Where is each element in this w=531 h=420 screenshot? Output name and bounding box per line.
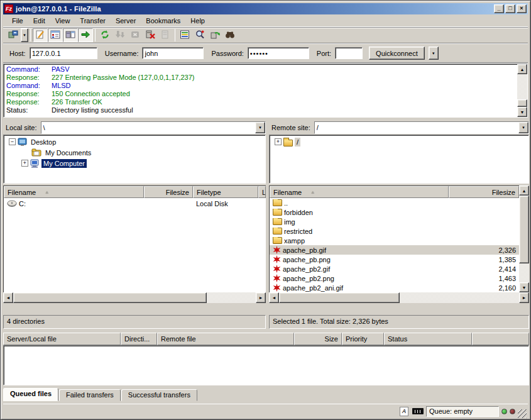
scrollbar-thumb[interactable] [519,196,529,263]
column-header-last-modified[interactable]: L [258,186,266,198]
tree-item-root[interactable]: + / [270,136,528,147]
tab-failed-transfers[interactable]: Failed transfers [59,389,121,401]
scroll-left-button[interactable]: ◄ [269,292,279,303]
site-manager-button[interactable] [6,28,21,42]
expand-icon[interactable]: + [275,138,282,145]
scroll-right-button[interactable]: ► [256,292,266,303]
find-files-button[interactable] [222,28,238,42]
scroll-down-button[interactable]: ▼ [519,282,529,292]
password-input[interactable] [248,47,309,59]
column-header-status[interactable]: Status [384,333,472,345]
scrollbar-track[interactable] [207,292,256,303]
local-site-dropdown[interactable]: ▼ [255,122,265,133]
tab-queued-files[interactable]: Queued files [3,388,58,401]
quickconnect-button[interactable]: Quickconnect [369,47,425,60]
folder-icon [273,228,282,235]
comparison-icon [195,30,205,41]
file-row-selected[interactable]: apache_pb.gif2,326 [270,245,519,255]
column-header-server-local-file[interactable]: Server/Local file [3,333,121,345]
directory-comparison-button[interactable] [192,28,207,42]
filter-button[interactable] [177,28,192,42]
maximize-button[interactable]: □ [505,4,515,13]
speed-limits-indicator[interactable] [412,406,424,416]
remote-vertical-scrollbar[interactable]: ▲ ▼ [519,185,529,292]
toggle-queue-button[interactable] [78,28,93,42]
scroll-right-icon: ► [522,296,527,300]
file-row[interactable]: apache_pb.png1,385 [270,255,519,264]
minimize-button[interactable]: _ [494,4,504,13]
column-header-filetype[interactable]: Filetype [193,186,258,198]
scrollbar-track[interactable] [517,74,527,99]
toolbar: ▼ [3,27,528,43]
scrollbar-thumb[interactable] [13,292,207,303]
remote-horizontal-scrollbar[interactable]: ◄ ► [269,292,529,303]
file-row[interactable]: forbidden [270,207,519,217]
toggle-local-tree-button[interactable] [48,28,63,42]
menu-edit[interactable]: Edit [28,16,50,26]
refresh-button[interactable] [97,28,112,42]
tree-item-my-documents[interactable]: My Documents [4,147,265,158]
column-header-remote-file[interactable]: Remote file [157,333,294,345]
file-row[interactable]: C: Local Disk [4,198,266,209]
scrollbar-track[interactable] [519,263,529,282]
collapse-icon[interactable]: − [9,138,16,145]
remote-site-input[interactable] [315,122,518,133]
file-row[interactable]: xampp [270,236,519,245]
tree-item-my-computer[interactable]: + My Computer [4,158,265,169]
sort-ascending-icon: ▲ [310,190,315,194]
expand-icon[interactable]: + [21,160,28,167]
synchronized-browsing-button[interactable] [207,28,222,42]
file-row[interactable]: .. [270,198,519,207]
local-site-label: Local site: [3,122,41,133]
log-scrollbar[interactable]: ▲ ▼ [517,64,527,117]
scroll-up-button[interactable]: ▲ [519,185,529,196]
scroll-down-button[interactable]: ▼ [517,107,527,117]
file-row[interactable]: apache_pb2.gif2,414 [270,264,519,274]
column-header-priority[interactable]: Priority [342,333,384,345]
menu-bookmarks[interactable]: Bookmarks [141,16,185,26]
file-row[interactable]: restricted [270,226,519,236]
column-header-filename[interactable]: Filename▲ [270,186,449,198]
transfer-queue-body[interactable] [3,345,529,385]
file-row[interactable]: apache_pb2.png1,463 [270,274,519,283]
process-queue-button[interactable] [112,28,128,42]
scroll-right-button[interactable]: ► [519,292,529,303]
menu-transfer[interactable]: Transfer [75,16,111,26]
resize-grip[interactable] [518,409,527,418]
column-header-filename[interactable]: Filename▲ [4,186,144,198]
column-header-direction[interactable]: Directi... [121,333,157,345]
column-header-size[interactable]: Size [294,333,342,345]
data-type-indicator[interactable]: A [398,406,410,416]
scroll-up-button[interactable]: ▲ [517,64,527,74]
tree-item-desktop[interactable]: − Desktop [4,136,265,147]
scroll-left-button[interactable]: ◄ [3,292,13,303]
host-input[interactable] [30,47,97,59]
folder-icon [283,138,293,146]
log-line: Response:227 Entering Passive Mode (127,… [6,74,517,82]
scrollbar-thumb[interactable] [517,99,527,107]
port-input[interactable] [335,47,363,59]
local-site-input[interactable] [41,122,255,133]
remote-site-dropdown[interactable]: ▼ [518,122,528,133]
column-header-filesize[interactable]: Filesize [144,186,193,198]
disconnect-button[interactable] [143,28,158,42]
scrollbar-track[interactable] [400,292,519,303]
column-header-filesize[interactable]: Filesize [449,186,519,198]
close-button[interactable]: × [517,4,527,13]
file-row[interactable]: apache_pb2_ani.gif2,160 [270,283,519,292]
tab-successful-transfers[interactable]: Successful transfers [121,389,197,401]
menu-help[interactable]: Help [185,16,210,26]
quickconnect-dropdown[interactable]: ▼ [429,47,439,60]
menu-file[interactable]: File [7,16,28,26]
file-row[interactable]: img [270,217,519,226]
username-input[interactable] [142,47,204,59]
toggle-message-log-button[interactable] [33,28,48,42]
menu-view[interactable]: View [50,16,75,26]
reconnect-button[interactable] [158,28,173,42]
menu-server[interactable]: Server [111,16,141,26]
toggle-remote-tree-button[interactable] [63,28,78,42]
cancel-operation-button[interactable] [128,28,143,42]
site-manager-dropdown[interactable]: ▼ [21,28,28,42]
scrollbar-thumb[interactable] [279,292,400,303]
local-horizontal-scrollbar[interactable]: ◄ ► [3,292,266,303]
